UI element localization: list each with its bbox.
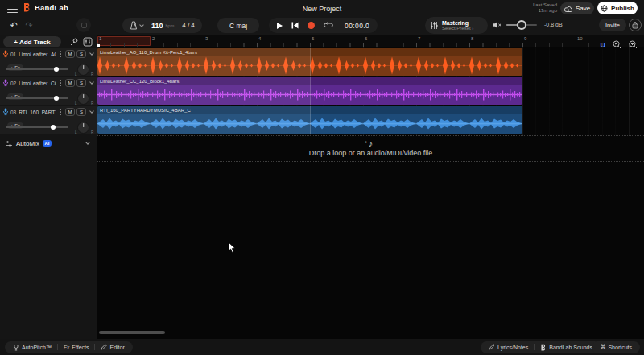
publish-button[interactable]: Publish [597,2,638,14]
speaker-mute-icon[interactable] [493,21,502,29]
track-volume-slider[interactable] [6,126,68,128]
ruler-bar-label: 1 [99,36,101,41]
metronome-toggle[interactable] [130,21,143,30]
track-header-3[interactable]: 03 RTI_160_PARTYHAR... M S + Fx LR [0,106,97,134]
command-icon: ⌘ [600,344,605,350]
audio-clip-block[interactable]: LimoLeather_CC_120_Block1_4bars [97,77,522,105]
shortcuts-button[interactable]: ⌘ Shortcuts [594,344,638,350]
loop-toggle-button[interactable] [324,22,333,29]
waveform [97,85,522,105]
autopitch-button[interactable]: AutoPitch™ [7,344,57,351]
metronome-icon [130,21,138,30]
track-header-1[interactable]: 01 LimoLeather_AO_11... M S + Fx LR [0,48,97,76]
mastering-subtitle: Select Preset › [442,26,473,31]
skip-to-start-button[interactable] [291,22,299,29]
audio-clip-party[interactable]: RTI_160_PARTYHARDYMUSIC_4BAR_C [97,106,522,134]
pan-knob[interactable] [77,122,89,134]
mic-icon [2,108,9,116]
loop-browser-button[interactable] [76,18,91,32]
save-button[interactable]: Save [560,2,594,14]
track-collapse-icon[interactable] [89,109,94,114]
music-note-plus-icon: +♪ [369,140,373,148]
ruler-bar-label: 9 [524,36,526,41]
add-track-button[interactable]: + Add Track [3,36,61,47]
pan-knob[interactable] [77,64,89,76]
bottom-bar: AutoPitch™ Fx Effects Editor Lyrics/Note… [0,339,644,355]
shop-bag-icon [632,22,638,29]
pan-knob[interactable] [77,93,89,105]
transport-controls: 00:00.0 [269,18,378,33]
mixer-icon[interactable] [83,37,93,47]
record-button[interactable] [308,22,315,29]
file-drop-zone[interactable]: +♪ Drop a loop or an audio/MIDI/video fi… [97,135,644,162]
track-collapse-icon[interactable] [89,80,94,85]
key-button[interactable]: C maj [217,18,259,33]
solo-button[interactable]: S [76,50,86,58]
ruler-bar-label: 10 [577,36,583,41]
patch-cable-icon[interactable] [69,37,79,47]
pencil-icon [101,344,107,350]
time-signature-button[interactable]: 4 / 4 [182,22,195,29]
mute-button[interactable]: M [65,50,75,58]
tempo-button[interactable]: 110 bpm [151,22,174,30]
invite-button[interactable]: Invite [599,19,626,31]
track-menu-icon[interactable] [60,82,62,84]
ai-badge: AI [43,140,52,147]
solo-button[interactable]: S [76,108,86,116]
cloud-upload-icon [564,6,572,12]
globe-icon [601,5,608,12]
ruler-bar-label: 4 [258,36,261,41]
timeline-area: 12345678910 U LimoLeather_AO_110_Drum Ki… [97,35,644,339]
track-name: LimoLeather_CC_12... [19,80,56,86]
ruler-bar-label: 5 [312,36,314,41]
ruler-bar-label: 3 [205,36,208,41]
mastering-title: Mastering [442,20,473,26]
audio-clip-drums[interactable]: LimoLeather_AO_110_Drum Kit-Perc1_4bars [97,48,522,76]
track-menu-icon[interactable] [60,111,62,113]
grid-icon [81,23,87,28]
tempo-settings-group: 110 bpm 4 / 4 [122,18,202,33]
add-fx-button[interactable]: + Fx [7,122,23,129]
ruler[interactable]: 12345678910 [97,35,644,47]
shop-button[interactable] [629,19,642,31]
quill-icon [489,344,495,350]
clip-name: RTI_160_PARTYHARDYMUSIC_4BAR_C [97,106,522,114]
track-name: LimoLeather_AO_11... [19,52,56,57]
volume-slider-thumb[interactable] [517,20,526,30]
add-fx-button[interactable]: + Fx [7,93,23,100]
track-volume-slider[interactable] [6,97,68,99]
chevron-down-icon [139,23,144,27]
mic-icon [2,50,9,58]
automix-label: AutoMix [16,140,39,147]
last-saved-status: Last Saved 13m ago [533,2,557,14]
bandlab-sounds-button[interactable]: BandLab Sounds [535,344,598,351]
clip-name: LimoLeather_AO_110_Drum Kit-Perc1_4bars [97,48,522,56]
solo-button[interactable]: S [76,79,86,87]
ruler-bar-label: 7 [418,36,420,41]
redo-button[interactable]: ↷ [22,19,36,32]
undo-button[interactable]: ↶ [6,19,21,32]
track-panel: + Add Track 01 LimoLeather_AO_11... [0,35,97,339]
horizontal-scrollbar[interactable] [99,331,165,334]
effects-button[interactable]: Fx Effects [58,345,95,350]
play-button[interactable] [277,23,283,29]
track-menu-icon[interactable] [60,53,62,55]
mute-button[interactable]: M [65,79,75,87]
lyrics-notes-button[interactable]: Lyrics/Notes [483,344,534,350]
ruler-bar-label: 2 [152,36,155,41]
automix-section[interactable]: AutoMix AI [0,137,97,150]
mastering-button[interactable]: Mastering Select Preset › [425,17,488,34]
editor-button[interactable]: Editor [95,344,130,350]
track-header-2[interactable]: 02 LimoLeather_CC_12... M S + Fx LR [0,77,97,105]
bandlab-studio: BandLab New Project Last Saved 13m ago S… [0,0,644,355]
top-bar: BandLab New Project Last Saved 13m ago S… [0,0,644,35]
ruler-bar-label: 6 [365,36,367,41]
chevron-down-icon[interactable] [85,140,90,145]
bandlab-sounds-icon [540,344,547,351]
add-fx-button[interactable]: + Fx [7,64,23,71]
track-collapse-icon[interactable] [89,51,94,56]
track-volume-slider[interactable] [6,68,68,70]
master-volume-slider[interactable] [506,24,537,26]
mute-button[interactable]: M [65,108,75,116]
track-name: RTI_160_PARTYHAR... [19,109,56,115]
